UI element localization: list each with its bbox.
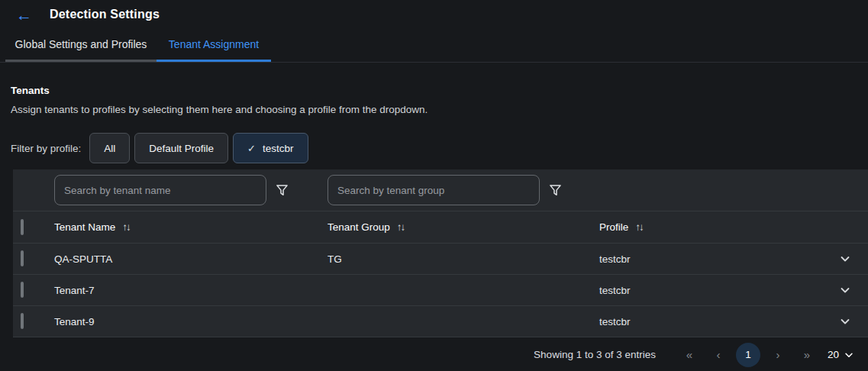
tenant-name-cell: QA-SPUTTA: [54, 253, 328, 265]
filter-chip-testcbr[interactable]: ✓ testcbr: [233, 133, 308, 163]
chevron-down-icon: [844, 350, 854, 360]
filter-funnel-icon[interactable]: [549, 184, 562, 197]
tenant-name-cell: Tenant-9: [54, 316, 328, 327]
page-size-select[interactable]: 20: [828, 349, 854, 360]
table-search-row: [13, 169, 868, 211]
column-label: Tenant Name: [54, 221, 115, 233]
sort-icon: ↑↓: [122, 221, 130, 233]
column-label: Tenant Group: [328, 221, 390, 233]
column-header-tenant-group[interactable]: Tenant Group ↑↓: [328, 221, 599, 233]
filter-chip-default-profile[interactable]: Default Profile: [134, 133, 228, 163]
current-page-button[interactable]: 1: [736, 343, 760, 367]
profile-dropdown-chevron-icon[interactable]: [839, 315, 851, 327]
first-page-button[interactable]: «: [680, 348, 699, 361]
tab-bar: Global Settings and Profiles Tenant Assi…: [0, 29, 868, 63]
back-arrow-icon[interactable]: ←: [16, 7, 32, 23]
filter-by-profile-label: Filter by profile:: [11, 143, 81, 154]
last-page-button[interactable]: »: [798, 348, 816, 361]
profile-cell: testcbr: [599, 316, 822, 327]
profile-filter-row: Filter by profile: All Default Profile ✓…: [0, 133, 868, 163]
pagination-summary: Showing 1 to 3 of 3 entries: [534, 349, 656, 360]
filter-funnel-icon[interactable]: [276, 184, 289, 197]
profile-cell: testcbr: [599, 285, 822, 296]
profile-cell: testcbr: [599, 253, 822, 265]
tab-global-settings-and-profiles[interactable]: Global Settings and Profiles: [5, 29, 156, 62]
column-header-profile[interactable]: Profile ↑↓: [599, 221, 822, 233]
top-bar: ← Detection Settings: [0, 0, 868, 29]
profile-dropdown-chevron-icon[interactable]: [839, 253, 851, 265]
filter-chip-label: testcbr: [263, 143, 294, 154]
previous-page-button[interactable]: ‹: [709, 348, 728, 361]
tenant-group-search-input[interactable]: [328, 175, 540, 205]
row-checkbox[interactable]: [21, 250, 24, 266]
table-row: Tenant-9 testcbr: [13, 306, 868, 337]
tenant-name-search-input[interactable]: [54, 175, 266, 205]
section-description: Assign tenants to profiles by selecting …: [11, 104, 868, 115]
sort-icon: ↑↓: [635, 221, 643, 233]
pagination-bar: Showing 1 to 3 of 3 entries « ‹ 1 › » 20: [534, 338, 854, 371]
tenant-name-cell: Tenant-7: [54, 285, 328, 296]
row-checkbox[interactable]: [21, 313, 24, 329]
filter-chip-all[interactable]: All: [89, 133, 130, 163]
filter-chip-label: Default Profile: [149, 143, 214, 154]
check-icon: ✓: [247, 143, 256, 154]
page-size-value: 20: [828, 349, 839, 360]
section-title: Tenants: [11, 85, 868, 96]
select-all-checkbox[interactable]: [21, 219, 24, 235]
column-header-tenant-name[interactable]: Tenant Name ↑↓: [54, 221, 328, 233]
table-row: Tenant-7 testcbr: [13, 275, 868, 306]
row-checkbox[interactable]: [21, 282, 24, 298]
sort-icon: ↑↓: [397, 221, 405, 233]
tenant-group-cell: TG: [328, 253, 599, 265]
tab-tenant-assignment[interactable]: Tenant Assignment: [156, 29, 271, 62]
column-label: Profile: [599, 221, 628, 233]
table-row: QA-SPUTTA TG testcbr: [13, 244, 868, 275]
page-title: Detection Settings: [50, 8, 160, 21]
tenants-table: Tenant Name ↑↓ Tenant Group ↑↓ Profile ↑…: [13, 169, 868, 337]
profile-dropdown-chevron-icon[interactable]: [839, 284, 851, 296]
filter-chip-label: All: [104, 143, 115, 154]
next-page-button[interactable]: ›: [769, 348, 787, 361]
tenants-section-header: Tenants Assign tenants to profiles by se…: [0, 85, 868, 115]
table-header-row: Tenant Name ↑↓ Tenant Group ↑↓ Profile ↑…: [13, 211, 868, 244]
